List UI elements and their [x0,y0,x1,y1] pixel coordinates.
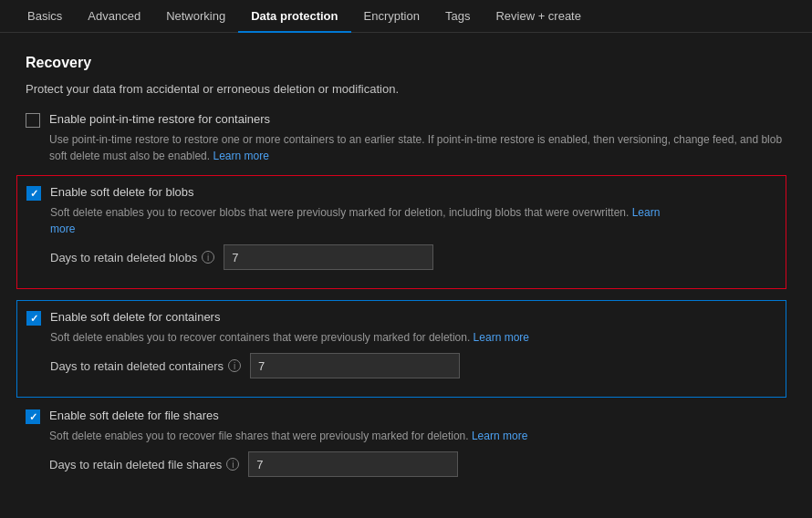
soft-delete-blobs-section: Enable soft delete for blobs Soft delete… [16,175,786,289]
soft-delete-containers-label: Enable soft delete for containers [50,310,220,324]
point-in-time-section: Enable point-in-time restore for contain… [26,112,786,164]
point-in-time-description: Use point-in-time restore to restore one… [49,131,786,164]
soft-delete-containers-section: Enable soft delete for containers Soft d… [16,300,786,398]
point-in-time-learn-more[interactable]: Learn more [213,150,268,162]
nav-item-tags[interactable]: Tags [432,0,483,33]
nav-item-review-create[interactable]: Review + create [483,0,594,33]
soft-delete-files-label: Enable soft delete for file shares [49,409,219,422]
soft-delete-files-row: Enable soft delete for file shares [26,409,786,424]
nav-item-encryption[interactable]: Encryption [351,0,432,33]
soft-delete-blobs-row: Enable soft delete for blobs [26,185,776,201]
soft-delete-blobs-input[interactable] [224,244,433,270]
soft-delete-files-info-icon[interactable]: i [226,458,239,471]
nav-item-basics[interactable]: Basics [15,0,75,33]
soft-delete-containers-input[interactable] [250,353,460,378]
main-content: Recovery Protect your data from accident… [0,33,812,513]
soft-delete-containers-learn-more[interactable]: Learn more [474,331,529,344]
soft-delete-blobs-learn-more-line2[interactable]: more [50,223,75,235]
nav-item-advanced[interactable]: Advanced [75,0,153,33]
soft-delete-files-description: Soft delete enables you to recover file … [49,428,786,444]
soft-delete-files-retain-row: Days to retain deleted file shares i [49,451,786,477]
point-in-time-checkbox[interactable] [26,113,40,128]
soft-delete-files-checkbox[interactable] [26,409,40,424]
point-in-time-label: Enable point-in-time restore for contain… [49,112,270,126]
soft-delete-containers-info-icon[interactable]: i [228,359,241,372]
soft-delete-files-retain-label: Days to retain deleted file shares i [49,458,239,471]
soft-delete-blobs-learn-more[interactable]: Learn [632,206,661,219]
soft-delete-containers-retain-label: Days to retain deleted containers i [50,359,241,373]
soft-delete-blobs-checkbox[interactable] [26,186,41,201]
soft-delete-blobs-retain-row: Days to retain deleted blobs i [50,244,776,270]
nav-bar: Basics Advanced Networking Data protecti… [0,0,812,33]
soft-delete-containers-row: Enable soft delete for containers [26,310,776,326]
soft-delete-blobs-description: Soft delete enables you to recover blobs… [50,204,776,237]
soft-delete-containers-retain-row: Days to retain deleted containers i [50,353,776,378]
soft-delete-blobs-retain-label: Days to retain deleted blobs i [50,251,214,264]
soft-delete-containers-description: Soft delete enables you to recover conta… [50,329,776,346]
soft-delete-files-input[interactable] [248,451,458,477]
nav-item-networking[interactable]: Networking [153,0,238,33]
soft-delete-files-section: Enable soft delete for file shares Soft … [26,409,786,477]
soft-delete-containers-checkbox[interactable] [26,311,41,326]
section-description: Protect your data from accidental or err… [26,82,786,96]
soft-delete-blobs-label: Enable soft delete for blobs [50,185,194,199]
point-in-time-row: Enable point-in-time restore for contain… [26,112,786,128]
soft-delete-files-learn-more[interactable]: Learn more [472,430,527,442]
nav-item-data-protection[interactable]: Data protection [238,0,350,33]
soft-delete-blobs-info-icon[interactable]: i [202,251,214,264]
section-title: Recovery [26,55,786,71]
